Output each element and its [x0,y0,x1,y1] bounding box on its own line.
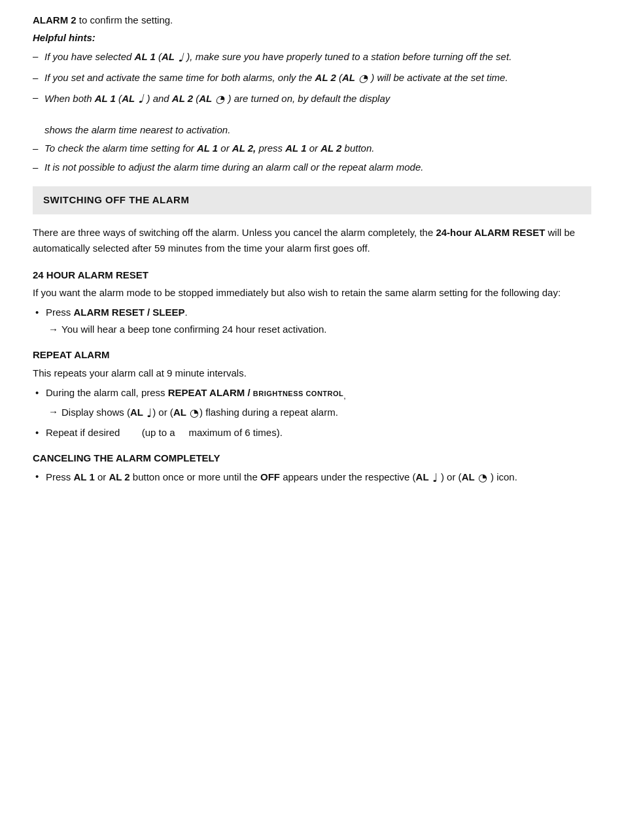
subsection-cancel-title: CANCELING THE ALARM COMPLETELY [33,451,591,466]
cancel-al2: AL 2 [109,471,130,482]
hint4-al1: AL 1 [197,143,218,154]
section-switching-off-intro: There are three ways of switching off th… [33,225,591,256]
subsection-24hour-body: If you want the alarm mode to be stopped… [33,285,591,301]
hint-4: To check the alarm time setting for AL 1… [33,141,591,156]
repeat-sub-bullet-1: Display shows (AL ♩) or (AL ◔) flashing … [46,404,591,423]
bell-icon-2: ◔ [215,92,224,107]
subsection-repeat-title: REPEAT ALARM [33,348,591,363]
hints-list: If you have selected AL 1 (AL ♩ ), make … [33,49,591,175]
hint3-al2: AL 2 [172,93,193,104]
hint4-al1b: AL 1 [285,143,306,154]
hint3-text: When both AL 1 (AL ♩ ) and AL 2 (AL ◔ ) … [44,93,390,104]
intro-line: ALARM 2 to confirm the setting. [33,13,591,28]
off-label: OFF [260,471,280,482]
cancel-bullet-1: Press AL 1 or AL 2 button once or more u… [33,469,591,488]
hint1-al1: AL 1 [135,51,156,62]
hint-5: It is not possible to adjust the alarm t… [33,160,591,175]
hint2-text: If you set and activate the same time fo… [44,72,508,83]
hint3-continuation: shows the alarm time nearest to activati… [44,124,230,135]
or-text: or [447,471,455,482]
helpful-hints-header: Helpful hints: [33,31,591,46]
repeat-al-bell: AL [173,407,186,418]
hint3-al2b: AL [199,93,212,104]
brightness-control-label: BRIGHTNESS CONTROL [253,390,344,397]
cancel-al-bell: AL [462,471,475,482]
hint1-text: If you have selected AL 1 (AL ♩ ), make … [44,51,511,62]
cancel-al1: AL 1 [74,471,95,482]
24hour-sub-bullet-1: You will hear a beep tone confirming 24 … [46,322,591,337]
hint4-text: To check the alarm time setting for AL 1… [44,143,374,154]
hint2-al2b: AL [342,72,355,83]
repeat-bullet-2: Repeat if desired (up to a maximum of 6 … [33,425,591,441]
section-switching-off-header: SWITCHING OFF THE ALARM [33,186,591,214]
bell-icon-4: ◔ [478,469,487,486]
hint4-al2: AL 2, [232,143,256,154]
hint-3: When both AL 1 (AL ♩ ) and AL 2 (AL ◔ ) … [33,90,591,137]
24hour-bullets: Press ALARM RESET / SLEEP. You will hear… [33,305,591,337]
repeat-al-music: AL [130,407,143,418]
hint3-al1: AL 1 [95,93,116,104]
alarm-reset-sleep-label: ALARM RESET / SLEEP [74,307,185,318]
repeat-alarm-label: REPEAT ALARM / BRIGHTNESS CONTROL [168,387,344,398]
music-note-icon-4: ♩ [432,469,438,488]
repeat-bullet-1: During the alarm call, press REPEAT ALAR… [33,385,591,423]
cancel-al-music: AL [416,471,429,482]
music-note-icon-3: ♩ [147,404,152,423]
repeat-bullets: During the alarm call, press REPEAT ALAR… [33,385,591,441]
subsection-24hour-title: 24 HOUR ALARM RESET [33,268,591,283]
bell-icon-1: ◔ [358,71,368,86]
hint-1: If you have selected AL 1 (AL ♩ ), make … [33,49,591,67]
music-note-icon-2: ♩ [138,90,143,108]
hint1-al1b: AL [162,51,175,62]
music-note-icon-1: ♩ [178,49,183,67]
hint4-al2b: AL 2 [321,143,341,154]
hint-2: If you set and activate the same time fo… [33,71,591,86]
page-content: ALARM 2 to confirm the setting. Helpful … [33,13,591,488]
section-switching-off-title: SWITCHING OFF THE ALARM [43,194,189,205]
24hour-bullet-1: Press ALARM RESET / SLEEP. You will hear… [33,305,591,337]
alarm2-text: ALARM 2 [33,14,77,25]
24hour-reset-inline: 24-hour ALARM RESET [436,227,545,238]
hint2-al2: AL 2 [315,72,336,83]
cancel-bullets: Press AL 1 or AL 2 button once or more u… [33,469,591,488]
hint5-text: It is not possible to adjust the alarm t… [44,161,423,173]
bell-icon-3: ◔ [190,405,199,422]
subsection-repeat-body: This repeats your alarm call at 9 minute… [33,365,591,381]
intro-confirm-text: to confirm the setting. [79,14,173,25]
hint3-al1b: AL [122,93,135,104]
